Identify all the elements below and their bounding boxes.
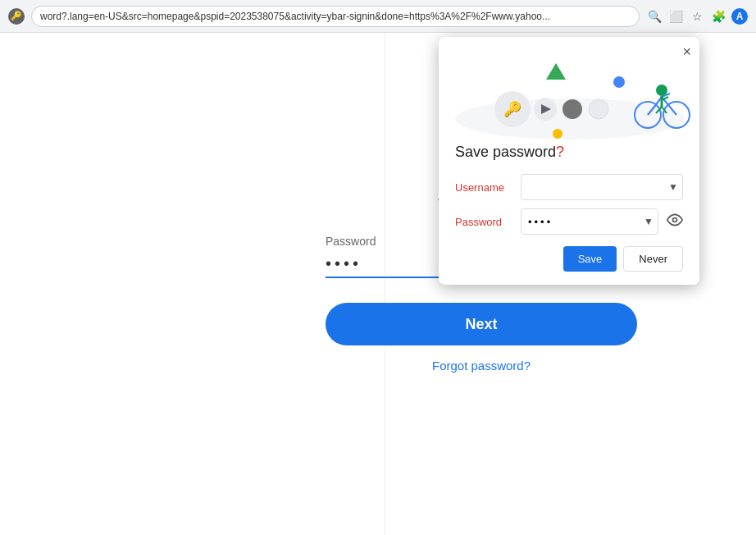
username-row: Username ▼ [455, 174, 683, 200]
key-icon[interactable]: 🔑 [8, 8, 25, 25]
browser-toolbar: 🔑 word?.lang=en-US&src=homepage&pspid=20… [0, 0, 756, 33]
svg-point-7 [589, 99, 608, 119]
dialog-illustration: 🔑 [439, 37, 699, 144]
nav-icons: 🔑 [8, 8, 25, 25]
url-text: word?.lang=en-US&src=homepage&pspid=2023… [40, 11, 550, 22]
dialog-password-input[interactable] [521, 208, 658, 235]
svg-point-8 [613, 76, 625, 88]
save-button-label: Save [578, 253, 603, 265]
share-icon[interactable]: ⬜ [667, 8, 684, 25]
password-dropdown-icon[interactable]: ▼ [644, 216, 654, 227]
dialog-toggle-password-icon[interactable] [667, 212, 683, 231]
username-input[interactable] [521, 174, 683, 200]
username-input-wrapper: ▼ [521, 174, 683, 200]
browser-action-icons: 🔍 ⬜ ☆ 🧩 A [646, 8, 748, 25]
svg-marker-10 [546, 63, 566, 80]
zoom-icon[interactable]: 🔍 [646, 8, 663, 25]
never-button-label: Never [639, 253, 667, 265]
dialog-buttons: Save Never [455, 246, 683, 272]
dialog-body: Save password? Username ▼ Password ▼ [439, 144, 699, 285]
page-content: to finish sign in Password Next Forg [0, 33, 756, 535]
next-button[interactable]: Next [326, 303, 637, 345]
dialog-password-label: Password [455, 216, 512, 228]
svg-point-18 [656, 85, 667, 96]
avatar[interactable]: A [731, 8, 748, 25]
dialog-title-question: ? [556, 144, 564, 160]
star-icon[interactable]: ☆ [689, 8, 705, 25]
username-label: Username [455, 181, 512, 194]
password-row: Password ▼ [455, 208, 683, 235]
svg-text:🔑: 🔑 [503, 100, 522, 118]
extensions-icon[interactable]: 🧩 [710, 8, 726, 25]
svg-point-6 [562, 99, 582, 119]
never-button[interactable]: Never [623, 246, 683, 272]
next-button-label: Next [465, 316, 497, 333]
url-bar[interactable]: word?.lang=en-US&src=homepage&pspid=2023… [31, 6, 640, 27]
svg-point-23 [673, 218, 677, 222]
forgot-password-link[interactable]: Forgot password? [432, 359, 531, 373]
save-password-dialog: × 🔑 [439, 37, 699, 285]
svg-point-9 [553, 129, 562, 139]
dialog-title: Save password? [455, 144, 683, 161]
forgot-password-text: Forgot password? [432, 359, 531, 373]
dialog-password-input-wrapper: ▼ [521, 208, 658, 235]
username-dropdown-icon[interactable]: ▼ [668, 181, 678, 193]
save-button[interactable]: Save [563, 246, 617, 272]
